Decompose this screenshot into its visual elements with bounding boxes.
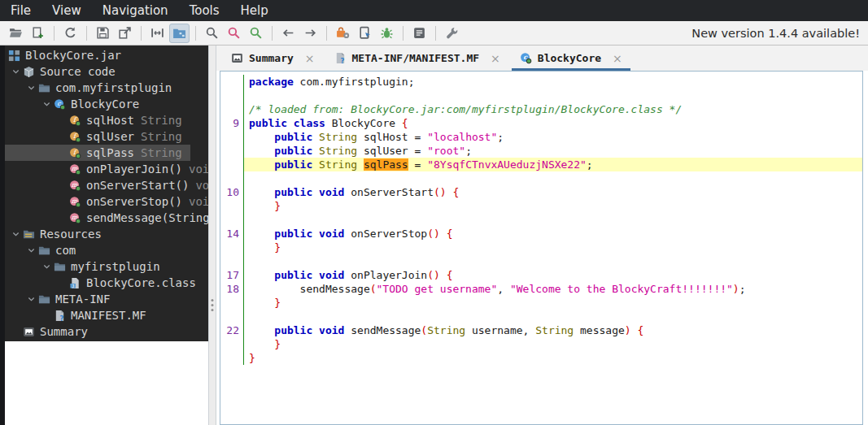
debug-bug-button[interactable]	[377, 24, 397, 43]
project-tree-panel: BlockyCore.jarSource codecom.myfirstplug…	[0, 46, 208, 425]
chevron-down-icon[interactable]	[8, 67, 23, 76]
code-line-content: public class BlockyCore {	[243, 116, 862, 130]
code-editor[interactable]: package com.myfirstplugin;/* loaded from…	[220, 71, 863, 425]
open-file-button[interactable]	[6, 24, 26, 43]
reload-button[interactable]	[60, 24, 81, 43]
open-file-icon	[9, 26, 23, 40]
tree-item-meta-inf[interactable]: META-INF	[5, 291, 208, 307]
menu-item-file[interactable]: File	[0, 0, 41, 21]
add-files-button[interactable]	[28, 24, 48, 43]
menu-item-view[interactable]: View	[41, 0, 92, 21]
method-icon: m	[69, 163, 81, 176]
code-line-content	[243, 254, 862, 268]
tree-item-label: onServerStart()	[86, 179, 189, 192]
line-number	[220, 75, 243, 89]
class-file-icon: J	[69, 277, 81, 289]
tree-item-com[interactable]: com	[5, 242, 208, 258]
tab-close-icon[interactable]: ×	[491, 52, 500, 65]
tree-item-onserverstop[interactable]: monServerStop()voi	[5, 193, 208, 210]
chevron-down-icon[interactable]	[24, 295, 38, 304]
menu-item-help[interactable]: Help	[230, 0, 279, 21]
class-search-button[interactable]	[224, 24, 244, 43]
tab-close-icon[interactable]: ×	[305, 52, 315, 65]
fit-width-button[interactable]	[147, 24, 168, 43]
quark-device-button[interactable]	[355, 24, 375, 43]
tree-item-label: BlockyCore.jar	[25, 49, 121, 62]
splitter-grip-icon[interactable]	[212, 299, 214, 311]
svg-text:?: ?	[340, 57, 344, 64]
code-line: }	[220, 199, 862, 213]
workspace-flatten-button[interactable]	[169, 24, 190, 43]
code-line: 10 public void onServerStart() {	[220, 185, 862, 199]
chevron-down-icon[interactable]	[24, 246, 38, 255]
tab-close-icon[interactable]: ×	[613, 52, 622, 65]
summary-icon	[231, 52, 243, 64]
tree-item-sendmessage-string[interactable]: msendMessage(String	[5, 210, 208, 226]
panel-splitter[interactable]	[208, 46, 216, 425]
tree-item-sqlpass[interactable]: fsqlPassString	[5, 145, 190, 161]
save-all-button[interactable]	[93, 24, 113, 43]
field-icon: f	[69, 131, 81, 143]
code-line-content: }	[243, 296, 862, 310]
chevron-down-icon[interactable]	[39, 100, 54, 109]
main-split: BlockyCore.jarSource codecom.myfirstplug…	[0, 46, 868, 425]
code-line-content: public String sqlHost = "localhost";	[243, 130, 862, 144]
svg-text:J: J	[72, 283, 74, 288]
chevron-down-icon[interactable]	[8, 230, 23, 239]
tree-item-manifest-mf[interactable]: ?MANIFEST.MF	[5, 307, 208, 323]
deobfuscation-button[interactable]	[333, 24, 353, 43]
tree-item-label: META-INF	[55, 293, 110, 306]
tab-bar: Summary×?META-INF/MANIFEST.MF×cBlockyCor…	[216, 46, 868, 71]
line-number: 18	[220, 282, 243, 296]
back-icon	[281, 26, 295, 40]
tree-item-onserverstart[interactable]: monServerStart()vo	[5, 177, 208, 193]
tree-item-type: voi	[189, 163, 208, 176]
code-line: public String sqlPass = "8YsqfCTnvxAUedu…	[220, 158, 862, 171]
tree-item-blockycore-jar[interactable]: BlockyCore.jar	[5, 47, 208, 63]
text-search-button[interactable]	[202, 24, 222, 43]
menu-item-tools[interactable]: Tools	[179, 0, 230, 21]
tree-item-myfirstplugin[interactable]: myfirstplugin	[5, 258, 208, 275]
export-button[interactable]	[115, 24, 135, 43]
field-icon: f	[69, 115, 81, 127]
jadx-gui-window: FileViewNavigationToolsHelp New version …	[0, 0, 868, 425]
tree-item-blockycore-class[interactable]: JBlockyCore.class	[5, 275, 208, 291]
tree-item-summary[interactable]: Summary	[5, 323, 208, 340]
comment-search-button[interactable]	[246, 24, 266, 43]
tree-item-resources[interactable]: Resources	[5, 226, 208, 242]
line-number	[220, 130, 243, 144]
code-line: }	[220, 296, 862, 310]
line-number	[220, 171, 243, 185]
tree-item-com-myfirstplugin[interactable]: com.myfirstplugin	[5, 80, 208, 96]
tree-item-onplayerjoin[interactable]: monPlayerJoin()voi	[5, 161, 208, 177]
tab-meta-inf-manifest-mf[interactable]: ?META-INF/MANIFEST.MF×	[325, 46, 510, 71]
folder-icon	[54, 261, 66, 273]
chevron-down-icon[interactable]	[24, 84, 38, 93]
tree-item-blockycore[interactable]: cBlockyCore	[5, 96, 208, 112]
toolbar-separator	[195, 26, 196, 41]
chevron-down-icon[interactable]	[39, 262, 54, 271]
tab-blockycore[interactable]: cBlockyCore×	[510, 46, 632, 71]
tab-summary[interactable]: Summary×	[221, 46, 325, 71]
code-line: 22 public void sendMessage(String userna…	[220, 323, 862, 337]
tab-label: META-INF/MANIFEST.MF	[352, 52, 480, 64]
method-icon: m	[69, 180, 81, 192]
line-number	[220, 213, 243, 227]
preferences-wrench-icon	[445, 26, 459, 40]
forward-button[interactable]	[300, 24, 321, 43]
code-line	[220, 171, 862, 185]
code-line-content: public void onServerStart() {	[243, 185, 862, 199]
tree-item-source-code[interactable]: Source code	[5, 63, 208, 80]
menu-item-navigation[interactable]: Navigation	[92, 0, 179, 21]
preferences-wrench-button[interactable]	[442, 24, 462, 43]
tree-item-sqluser[interactable]: fsqlUserString	[5, 128, 208, 145]
tree-item-type: String	[141, 114, 182, 127]
back-button[interactable]	[278, 24, 299, 43]
code-line-content: /* loaded from: BlockyCore.jar:com/myfir…	[243, 102, 862, 116]
log-viewer-button[interactable]	[409, 24, 430, 43]
code-line: 9public class BlockyCore {	[220, 116, 862, 130]
tree-item-sqlhost[interactable]: fsqlHostString	[5, 112, 208, 128]
line-number	[220, 102, 243, 116]
update-notification[interactable]: New version 1.4.4 available!	[691, 27, 863, 40]
text-search-icon	[205, 26, 219, 40]
